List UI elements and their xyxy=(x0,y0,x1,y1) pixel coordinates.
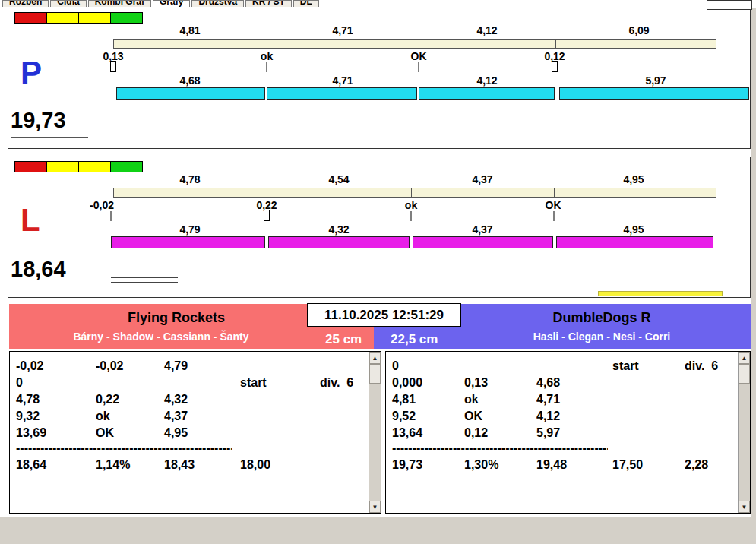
results-table: 0 start div. 6 0,000 0,13 4,68 4,81 ok 4… xyxy=(386,358,737,473)
tab-rozbeh[interactable]: Rozbeh xyxy=(2,0,49,7)
table-cell xyxy=(612,375,685,391)
scroll-down-button[interactable]: ▼ xyxy=(739,501,750,513)
scroll-down-icon: ▼ xyxy=(742,504,748,511)
scrollbar-thumb[interactable] xyxy=(369,364,381,384)
table-cell: 4,37 xyxy=(164,408,240,425)
tab-druzstva[interactable]: Družstva xyxy=(191,0,244,7)
table-row: 0 start div. 6 xyxy=(10,375,368,391)
window-bottom-strip xyxy=(0,517,756,544)
lane-total-time: 18,64 xyxy=(11,258,88,286)
lane-panel-p: P 4,81 4,71 4,12 6,09 0,13 ok OK 0,12 4,… xyxy=(8,8,751,149)
table-cell: 13,64 xyxy=(392,425,464,441)
scroll-up-button[interactable]: ▲ xyxy=(369,352,381,364)
table-row: 13,64 0,12 5,97 xyxy=(386,425,737,441)
table-row: 0,000 0,13 4,68 xyxy=(386,375,737,391)
window-right-strip xyxy=(751,8,756,517)
change-time-label: OK xyxy=(546,199,561,211)
table-cell: start xyxy=(612,358,685,375)
sector-segment xyxy=(412,188,555,197)
traffic-yellow-cell xyxy=(46,12,79,24)
table-cell xyxy=(612,408,685,425)
change-marker-tick xyxy=(411,211,412,221)
traffic-red-cell xyxy=(14,12,47,24)
change-marker-box xyxy=(552,61,558,72)
yellow-progress-stub xyxy=(598,291,723,296)
traffic-green-cell xyxy=(110,161,143,172)
tab-bar: Rozbeh Cidla Kombi Graf Grafy Družstva K… xyxy=(2,0,321,7)
vertical-scrollbar[interactable]: ▲ ▼ xyxy=(369,352,381,513)
change-time-label: ok xyxy=(405,199,417,211)
tab-kr-st[interactable]: KR / ST xyxy=(245,0,292,7)
split-time-label: 4,81 xyxy=(179,24,200,36)
traffic-yellow-cell xyxy=(78,12,111,24)
sector-scale-bar xyxy=(113,39,716,49)
dog-run-bar xyxy=(111,236,265,248)
table-cell xyxy=(685,408,737,425)
table-cell: -0,02 xyxy=(96,358,164,375)
dog-run-bar xyxy=(556,236,713,248)
table-cell: ok xyxy=(464,391,536,408)
sector-segment xyxy=(114,188,267,197)
table-cell: OK xyxy=(96,425,164,441)
table-cell xyxy=(240,425,320,441)
tab-label: Cidla xyxy=(57,0,79,7)
app-window: Rozbeh Cidla Kombi Graf Grafy Družstva K… xyxy=(0,0,756,544)
tab-grafy[interactable]: Grafy xyxy=(153,0,190,7)
scroll-down-button[interactable]: ▼ xyxy=(369,501,381,513)
dog-time-label: 4,95 xyxy=(623,223,644,236)
table-cell xyxy=(685,425,737,441)
table-cell xyxy=(240,391,320,408)
table-cell xyxy=(464,358,536,375)
table-cell xyxy=(96,375,164,391)
start-traffic-light xyxy=(14,161,142,172)
table-cell xyxy=(536,358,612,375)
scroll-up-button[interactable]: ▲ xyxy=(739,352,750,364)
split-time-label: 4,78 xyxy=(179,173,200,185)
table-row: -0,02 -0,02 4,79 xyxy=(10,358,368,375)
table-cell xyxy=(320,391,368,408)
table-cell: 13,69 xyxy=(16,425,96,441)
table-row: 4,81 ok 4,71 xyxy=(386,391,737,408)
table-cell: 0,13 xyxy=(464,375,536,391)
sector-scale-bar xyxy=(113,188,716,198)
table-cell: 17,50 xyxy=(612,457,685,473)
team-name: DumbleDogs R xyxy=(457,304,746,326)
dog-run-bar xyxy=(267,87,417,100)
tab-kombi-graf[interactable]: Kombi Graf xyxy=(88,0,151,7)
table-cell: 4,32 xyxy=(164,391,240,408)
table-cell: ok xyxy=(96,408,164,425)
split-time-label: 4,54 xyxy=(328,173,349,185)
tab-cidla[interactable]: Cidla xyxy=(50,0,86,7)
split-time-label: 4,95 xyxy=(623,173,644,185)
dog-time-label: 4,71 xyxy=(332,74,353,87)
change-time-label: ok xyxy=(261,50,273,62)
start-traffic-light xyxy=(14,12,142,24)
table-cell: 1,30% xyxy=(464,457,536,473)
table-cell: 4,68 xyxy=(536,375,612,391)
split-time-label: 6,09 xyxy=(628,24,649,36)
table-cell: 4,81 xyxy=(392,391,464,408)
change-time-label: OK xyxy=(411,50,427,62)
lane-panel-l: L 4,78 4,54 4,37 4,95 -0,02 0,22 ok OK 4… xyxy=(8,157,751,298)
table-cell: 9,52 xyxy=(392,408,464,425)
table-cell: 5,97 xyxy=(536,425,612,441)
change-marker-tick xyxy=(554,211,555,221)
dog-run-bar xyxy=(116,87,265,100)
change-time-label: -0,02 xyxy=(90,199,114,211)
dog-run-bar xyxy=(413,236,553,248)
table-cell xyxy=(320,457,368,473)
table-cell xyxy=(612,425,685,441)
table-cell: 4,95 xyxy=(164,425,240,441)
tab-dl[interactable]: DL xyxy=(293,0,319,7)
vertical-scrollbar[interactable]: ▲ ▼ xyxy=(738,352,750,513)
totals-row: 19,73 1,30% 19,48 17,50 2,28 xyxy=(386,457,737,473)
table-cell: 19,48 xyxy=(536,457,612,473)
scrollbar-thumb[interactable] xyxy=(739,364,750,384)
jump-height: 22,5 cm xyxy=(391,332,438,347)
separator-line: ----------------------------------------… xyxy=(386,441,608,457)
change-marker-tick xyxy=(419,62,419,72)
split-time-label: 4,71 xyxy=(332,24,353,36)
table-cell: 18,00 xyxy=(240,457,320,473)
table-row: 0 start div. 6 xyxy=(386,358,737,375)
dog-run-bar xyxy=(419,87,555,100)
